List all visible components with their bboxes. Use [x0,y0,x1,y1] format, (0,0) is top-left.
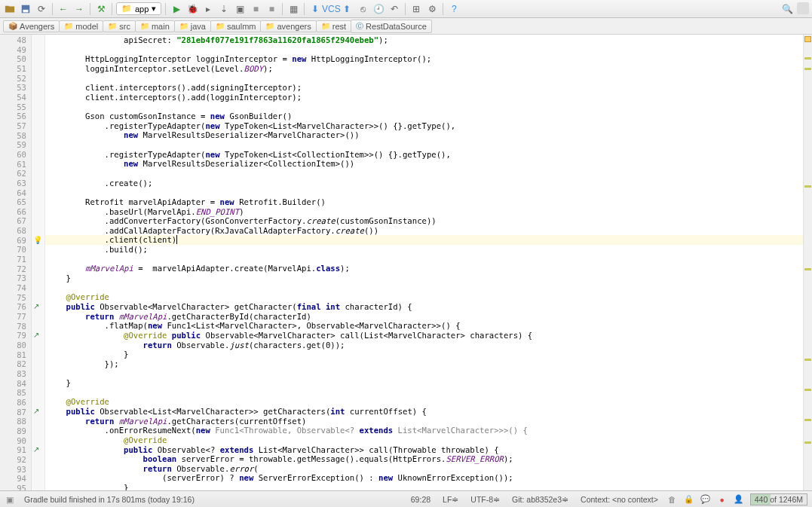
intention-bulb-icon[interactable]: 💡 [33,236,42,244]
code-line[interactable]: .client(client) [45,235,803,245]
code-line[interactable] [45,283,803,293]
changes-icon[interactable]: ⎋ [356,2,369,16]
error-indicator-icon[interactable]: ● [717,494,728,505]
code-line[interactable]: @Override [45,397,803,407]
code-line[interactable] [45,45,803,55]
error-stripe[interactable] [803,35,812,490]
breadcrumb-item[interactable]: 📁main [135,20,175,32]
breadcrumb-item[interactable]: 📁saulmm [210,20,262,32]
structure-icon[interactable]: ⊞ [409,2,423,16]
save-icon[interactable] [19,2,32,16]
code-line[interactable]: .registerTypeAdapter(new TypeToken<List<… [45,121,803,131]
back-icon[interactable]: ← [57,2,70,16]
attach-icon[interactable]: ⇣ [217,2,231,16]
tool-window-icon[interactable]: ▣ [5,494,15,505]
code-line[interactable]: } [45,350,803,359]
code-line[interactable]: .addConverterFactory(GsonConverterFactor… [45,216,803,226]
breadcrumb-item[interactable]: 📁java [174,20,211,32]
code-line[interactable]: @Override public Observable<MarvelCharac… [45,331,803,341]
stop-icon[interactable]: ■ [249,2,262,16]
lock-icon[interactable]: 🔒 [684,494,694,505]
code-line[interactable]: }); [45,359,803,369]
code-line[interactable] [45,102,803,111]
breadcrumb-item[interactable]: 📁model [59,20,103,32]
breadcrumb-item[interactable]: 📁avengers [260,20,316,32]
override-marker-icon[interactable]: ↗ [33,445,39,454]
code-line[interactable]: .create(); [45,179,803,188]
override-marker-icon[interactable]: ↗ [33,331,39,339]
memory-indicator[interactable]: 440 of 1246M [750,493,807,505]
code-line[interactable]: .baseUrl(MarvelApi.END_POINT) [45,207,803,217]
run-config-dropdown[interactable]: 📁 app ▾ [116,2,161,15]
code-line[interactable]: @Override [45,292,803,302]
avatar-icon[interactable] [797,2,809,14]
code-line[interactable]: return Observable.error( [45,464,803,474]
inspector-icon[interactable]: 👤 [734,494,744,505]
code-line[interactable]: return Observable.just(characters.get(0)… [45,341,803,350]
open-icon[interactable] [3,2,17,16]
vcs-commit-icon[interactable]: VCS [324,2,338,16]
code-line[interactable]: return mMarvelApi.getCharacterById(chara… [45,312,803,322]
code-line[interactable]: public Observable<MarvelCharacter> getCh… [45,302,803,312]
code-line[interactable]: (serverError) ? new ServerErrorException… [45,473,803,483]
sync-icon[interactable]: ⟳ [35,2,48,16]
revert-icon[interactable]: ↶ [388,2,401,16]
vcs-push-icon[interactable]: ⬆ [340,2,354,16]
vcs-update-icon[interactable]: ⬇ [308,2,322,16]
code-line[interactable] [45,388,803,398]
run-cursor-icon[interactable]: ▸ [201,2,215,16]
warning-mark[interactable] [804,268,811,270]
code-line[interactable]: Gson customGsonInstance = new GsonBuilde… [45,111,803,121]
trash-icon[interactable]: 🗑 [667,494,678,505]
code-line[interactable]: client.interceptors().add(signingItercep… [45,83,803,93]
code-line[interactable]: .registerTypeAdapter(new TypeToken<List<… [45,150,803,160]
notify-icon[interactable]: 💬 [700,494,711,505]
code-line[interactable]: new MarvelResultsDeserializer<Collection… [45,159,803,169]
code-line[interactable]: boolean serverError = throwable.getMessa… [45,454,803,464]
breadcrumb-item[interactable]: 📁src [103,20,136,32]
coverage-icon[interactable]: ▣ [233,2,247,16]
code-line[interactable]: .onErrorResumeNext(new Func1<Throwable, … [45,426,803,435]
warning-mark[interactable] [804,57,811,60]
help-icon[interactable]: ? [447,2,461,16]
history-icon[interactable]: 🕘 [372,2,385,16]
code-line[interactable]: @Override [45,435,803,445]
build-icon[interactable]: ⚒ [94,2,108,16]
warning-mark[interactable] [804,359,811,361]
code-line[interactable]: } [45,483,803,490]
code-line[interactable]: .addCallAdapterFactory(RxJavaCallAdapter… [45,226,803,236]
code-line[interactable]: } [45,378,803,388]
warning-mark[interactable] [804,419,811,421]
warning-mark[interactable] [804,389,811,391]
code-line[interactable]: Retrofit marvelApiAdapter = new Retrofit… [45,197,803,207]
code-line[interactable]: public Observable<List<MarvelCharacter>>… [45,407,803,417]
warning-mark[interactable] [804,441,811,444]
code-line[interactable]: mMarvelApi = marvelApiAdapter.create(Mar… [45,264,803,273]
code-line[interactable]: } [45,273,803,283]
caret-position[interactable]: 69:28 [408,495,434,504]
debug-icon[interactable]: 🐞 [185,2,199,16]
stop2-icon[interactable]: ■ [265,2,278,16]
run-icon[interactable]: ▶ [170,2,183,16]
override-marker-icon[interactable]: ↗ [33,407,39,415]
code-line[interactable]: client.interceptors().add(logginIntercep… [45,93,803,102]
code-line[interactable]: HttpLoggingInterceptor logginInterceptor… [45,54,803,64]
forward-icon[interactable]: → [72,2,86,16]
code-area[interactable]: apiSecret: "281eb4f077e191f7863a11620fa1… [45,35,803,490]
code-line[interactable] [45,74,803,84]
code-line[interactable] [45,368,803,378]
breadcrumb-item[interactable]: 📦Avengers [3,20,60,32]
code-line[interactable]: apiSecret: "281eb4f077e191f7863a11620fa1… [45,35,803,45]
breadcrumb-item[interactable]: ⒸRestDataSource [351,20,432,33]
code-line[interactable]: .flatMap(new Func1<List<MarvelCharacter>… [45,321,803,331]
settings-icon[interactable]: ⚙ [425,2,439,16]
code-line[interactable] [45,255,803,264]
git-branch[interactable]: Git: ab8352e3≑ [509,495,571,504]
code-line[interactable] [45,188,803,197]
warning-mark[interactable] [804,68,811,70]
code-line[interactable]: logginInterceptor.setLevel(Level.BODY); [45,64,803,74]
line-separator[interactable]: LF≑ [440,495,461,504]
override-marker-icon[interactable]: ↗ [33,302,39,310]
code-line[interactable]: .build(); [45,245,803,255]
code-line[interactable] [45,169,803,179]
